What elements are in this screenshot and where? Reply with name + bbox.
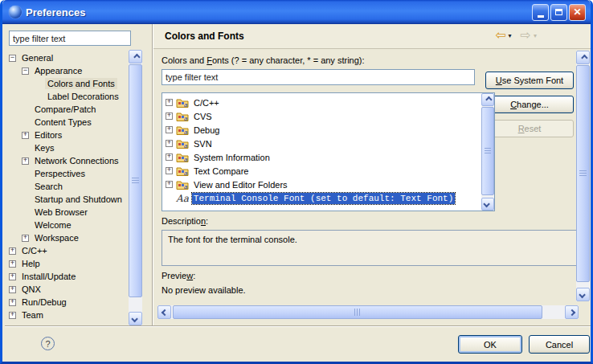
scrollbar-thumb[interactable]: [173, 305, 542, 319]
sidebar-item-workspace[interactable]: +Workspace: [7, 231, 126, 244]
scroll-up-icon[interactable]: [576, 51, 590, 64]
sidebar-item-editors[interactable]: +Editors: [7, 129, 126, 141]
font-item-system-information[interactable]: +aSystem Information: [162, 150, 494, 164]
expand-icon[interactable]: +: [22, 132, 29, 139]
sidebar-item-help[interactable]: +Help: [7, 257, 126, 270]
preview-label: Preview:: [162, 271, 195, 280]
preferences-tree: −General−AppearanceColors and FontsLabel…: [7, 51, 126, 325]
expand-icon[interactable]: +: [9, 312, 16, 319]
scrollbar-thumb[interactable]: [481, 107, 494, 195]
font-folder-icon: a: [176, 180, 189, 190]
fonts-filter-input[interactable]: [162, 69, 475, 85]
expand-icon[interactable]: +: [166, 181, 173, 188]
font-item-c-c[interactable]: +aC/C++: [162, 96, 494, 109]
expand-icon[interactable]: +: [166, 153, 173, 161]
tree-scrollbar[interactable]: [129, 50, 142, 325]
titlebar[interactable]: Preferences ✕: [2, 0, 591, 24]
font-folder-icon: a: [176, 98, 189, 108]
panel-horizontal-scrollbar[interactable]: [157, 305, 579, 319]
scroll-down-icon[interactable]: [129, 312, 142, 325]
scrollbar-thumb[interactable]: [129, 64, 142, 297]
cancel-button[interactable]: Cancel: [529, 335, 590, 354]
font-item-terminal-console-font-set-to-default-text-font[interactable]: AaTerminal Console Font (set to default:…: [162, 191, 494, 205]
maximize-icon: [555, 9, 562, 15]
sidebar-item-appearance[interactable]: −Appearance: [7, 64, 126, 77]
svg-text:a: a: [184, 142, 188, 149]
panel-vertical-scrollbar[interactable]: [576, 51, 590, 301]
close-icon: ✕: [573, 7, 581, 17]
font-item-text-compare[interactable]: +aText Compare: [162, 164, 494, 178]
scrollbar-thumb[interactable]: [576, 65, 590, 282]
sidebar-item-general[interactable]: −General: [7, 51, 126, 64]
sidebar-item-welcome[interactable]: Welcome: [7, 219, 126, 231]
use-system-font-button[interactable]: Use System Font: [485, 72, 574, 89]
minimize-button[interactable]: [532, 4, 549, 21]
change-button[interactable]: Change...: [485, 96, 574, 113]
maximize-button[interactable]: [550, 4, 567, 21]
font-item-debug[interactable]: +aDebug: [162, 123, 494, 137]
sidebar-item-qnx[interactable]: +QNX: [7, 283, 126, 296]
close-button[interactable]: ✕: [569, 4, 586, 21]
expand-icon[interactable]: +: [9, 260, 16, 268]
scroll-right-icon[interactable]: [565, 305, 579, 319]
sidebar-item-c-c[interactable]: +C/C++: [7, 244, 126, 257]
page-header: Colors and Fonts ⇦ ▾ ⇨ ▾: [153, 24, 593, 49]
preferences-dialog: Preferences ✕ −General−AppearanceColors …: [0, 0, 593, 364]
panel-divider: [152, 24, 153, 325]
font-item-cvs[interactable]: +aCVS: [162, 109, 494, 123]
font-folder-icon: a: [176, 153, 189, 162]
sidebar-item-keys[interactable]: Keys: [7, 141, 126, 154]
back-arrow-icon[interactable]: ⇦: [495, 29, 505, 42]
expand-icon[interactable]: +: [22, 157, 29, 165]
sidebar-item-web-browser[interactable]: Web Browser: [7, 206, 126, 219]
scroll-down-icon[interactable]: [481, 198, 494, 211]
sidebar-item-search[interactable]: Search: [7, 180, 126, 193]
reset-button: Reset: [485, 120, 574, 137]
sidebar-item-startup-and-shutdown[interactable]: Startup and Shutdown: [7, 193, 126, 206]
scroll-down-icon[interactable]: [576, 288, 590, 301]
sidebar-item-content-types[interactable]: Content Types: [7, 116, 126, 129]
expand-icon[interactable]: +: [9, 273, 16, 280]
font-folder-icon: a: [176, 112, 189, 121]
fonts-filter-label: Colors and Fonts (? = any character, * =…: [162, 55, 365, 65]
expand-icon[interactable]: +: [9, 299, 16, 306]
page-title: Colors and Fonts: [165, 31, 244, 42]
tree-filter-input[interactable]: [9, 31, 131, 46]
expand-icon[interactable]: +: [166, 99, 173, 106]
description-text: The font for the terminal console.: [168, 235, 297, 244]
font-item-view-and-editor-folders[interactable]: +aView and Editor Folders: [162, 178, 494, 191]
font-item-svn[interactable]: +aSVN: [162, 137, 494, 150]
expand-icon[interactable]: +: [9, 286, 16, 293]
fonts-list: +aC/C+++aCVS+aDebug+aSVN+aSystem Informa…: [162, 92, 495, 211]
footer-divider: [5, 325, 593, 327]
collapse-icon[interactable]: −: [22, 67, 29, 75]
sidebar-item-team[interactable]: +Team: [7, 309, 126, 321]
sidebar-item-install-update[interactable]: +Install/Update: [7, 270, 126, 283]
ok-button[interactable]: OK: [458, 335, 522, 354]
forward-arrow-icon: ⇨: [521, 29, 531, 42]
expand-icon[interactable]: +: [22, 235, 29, 242]
description-label: Description:: [162, 216, 208, 226]
scroll-left-icon[interactable]: [157, 305, 171, 319]
expand-icon[interactable]: +: [166, 112, 173, 120]
sidebar-item-label-decorations[interactable]: Label Decorations: [7, 90, 126, 103]
back-dropdown-icon[interactable]: ▾: [509, 32, 512, 39]
collapse-icon[interactable]: −: [9, 55, 16, 62]
font-folder-icon: a: [176, 166, 189, 176]
sidebar-item-colors-and-fonts[interactable]: Colors and Fonts: [7, 77, 126, 90]
expand-icon[interactable]: +: [166, 126, 173, 133]
expand-icon[interactable]: +: [166, 167, 173, 174]
sidebar-item-run-debug[interactable]: +Run/Debug: [7, 296, 126, 309]
scroll-up-icon[interactable]: [481, 93, 494, 106]
expand-icon[interactable]: +: [9, 247, 16, 255]
expand-icon[interactable]: +: [166, 140, 173, 147]
svg-text:a: a: [184, 129, 188, 135]
help-button[interactable]: ?: [41, 337, 55, 350]
sidebar-item-compare-patch[interactable]: Compare/Patch: [7, 103, 126, 116]
sidebar-item-perspectives[interactable]: Perspectives: [7, 167, 126, 180]
sidebar-item-network-connections[interactable]: +Network Connections: [7, 154, 126, 167]
forward-dropdown-icon: ▾: [534, 32, 537, 39]
help-icon: ?: [45, 339, 50, 349]
fonts-list-scrollbar[interactable]: [481, 93, 494, 211]
scroll-up-icon[interactable]: [129, 50, 142, 63]
